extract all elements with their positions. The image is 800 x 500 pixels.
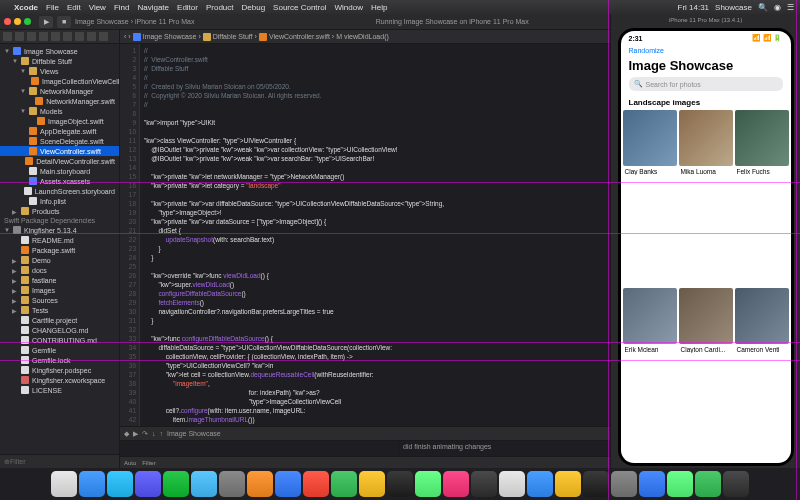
menu-editor[interactable]: Editor bbox=[177, 3, 198, 12]
source-text[interactable]: //// ViewController.swift// Diffable Stu… bbox=[140, 44, 658, 426]
tree-item[interactable]: ▼Kingfisher 5.13.4 bbox=[0, 225, 119, 235]
notifications-icon[interactable]: ☰ bbox=[787, 3, 794, 12]
menu-edit[interactable]: Edit bbox=[67, 3, 81, 12]
menubar-clock[interactable]: Fri 14:31 bbox=[678, 3, 710, 12]
step-into-button[interactable]: ↓ bbox=[152, 430, 156, 437]
photo-card[interactable]: Mika Luoma bbox=[679, 110, 733, 286]
close-window-button[interactable] bbox=[4, 18, 11, 25]
calendar-dock-icon[interactable] bbox=[247, 471, 273, 497]
xcode-dock-icon[interactable] bbox=[471, 471, 497, 497]
tree-item[interactable]: LaunchScreen.storyboard bbox=[0, 186, 119, 196]
source-control-navigator-tab[interactable] bbox=[15, 32, 24, 41]
tree-item[interactable]: ▼NetworkManager bbox=[0, 86, 119, 96]
zoom-window-button[interactable] bbox=[24, 18, 31, 25]
photo-card[interactable]: Clayton Cardi... bbox=[679, 288, 733, 464]
tree-item[interactable]: ViewController.swift bbox=[0, 146, 119, 156]
auto-scope[interactable]: Auto bbox=[124, 460, 136, 466]
tree-item[interactable]: Cartfile.project bbox=[0, 315, 119, 325]
report-navigator-tab[interactable] bbox=[99, 32, 108, 41]
continue-button[interactable]: ▶ bbox=[133, 430, 138, 438]
tree-item[interactable]: ▶Images bbox=[0, 285, 119, 295]
step-over-button[interactable]: ↷ bbox=[142, 430, 148, 438]
menubar-project[interactable]: Showcase bbox=[715, 3, 752, 12]
tree-item[interactable]: Gemfile.lock bbox=[0, 355, 119, 365]
find-navigator-tab[interactable] bbox=[39, 32, 48, 41]
music-dock-icon[interactable] bbox=[331, 471, 357, 497]
siri-icon[interactable]: ◉ bbox=[774, 3, 781, 12]
dock-app-icon[interactable] bbox=[695, 471, 721, 497]
notes-dock-icon[interactable] bbox=[303, 471, 329, 497]
search-bar[interactable]: 🔍 Search for photos bbox=[629, 77, 783, 91]
issue-navigator-tab[interactable] bbox=[51, 32, 60, 41]
reminders-dock-icon[interactable] bbox=[275, 471, 301, 497]
photo-card[interactable]: Cameron Venti bbox=[735, 288, 789, 464]
tree-item[interactable]: DetailViewController.swift bbox=[0, 156, 119, 166]
tree-item[interactable]: SceneDelegate.swift bbox=[0, 136, 119, 146]
tree-item[interactable]: Gemfile bbox=[0, 345, 119, 355]
tree-item[interactable]: Kingfisher.podspec bbox=[0, 365, 119, 375]
tree-item[interactable]: CHANGELOG.md bbox=[0, 325, 119, 335]
tree-item[interactable]: Kingfisher.xcworkspace bbox=[0, 375, 119, 385]
dock-app-icon[interactable] bbox=[639, 471, 665, 497]
tree-item[interactable]: ▶docs bbox=[0, 265, 119, 275]
dock-app-icon[interactable] bbox=[611, 471, 637, 497]
tree-item[interactable]: ▶fastlane bbox=[0, 275, 119, 285]
tree-item[interactable]: Info.plist bbox=[0, 196, 119, 206]
code-editor[interactable]: 1234567891011121314151617181920212223242… bbox=[120, 44, 678, 426]
photos-dock-icon[interactable] bbox=[191, 471, 217, 497]
tree-item[interactable]: ImageObject.swift bbox=[0, 116, 119, 126]
app-menu[interactable]: Xcode bbox=[14, 3, 38, 12]
tree-item[interactable]: LICENSE bbox=[0, 385, 119, 395]
tree-item[interactable]: ImageCollectionViewCell.swift bbox=[0, 76, 119, 86]
mail-dock-icon[interactable] bbox=[107, 471, 133, 497]
navigator-filter[interactable]: ⊕ Filter bbox=[0, 454, 119, 468]
minimize-window-button[interactable] bbox=[14, 18, 21, 25]
project-tree[interactable]: ▼Image Showcase▼Diffable Stuff▼ViewsImag… bbox=[0, 44, 119, 454]
debug-navigator-tab[interactable] bbox=[75, 32, 84, 41]
forward-button[interactable]: › bbox=[128, 33, 130, 40]
project-navigator-tab[interactable] bbox=[3, 32, 12, 41]
dock-app-icon[interactable] bbox=[667, 471, 693, 497]
menu-window[interactable]: Window bbox=[334, 3, 362, 12]
menu-file[interactable]: File bbox=[46, 3, 59, 12]
simulator-screen[interactable]: 2:31 📶 📶 🔋 Randomize Image Showcase 🔍 Se… bbox=[621, 31, 791, 463]
variables-view[interactable] bbox=[120, 441, 399, 456]
tree-item[interactable]: ▶Sources bbox=[0, 295, 119, 305]
facetime-dock-icon[interactable] bbox=[163, 471, 189, 497]
scheme-selector[interactable]: Image Showcase › iPhone 11 Pro Max bbox=[75, 18, 194, 25]
toggle-breakpoints-button[interactable]: ◆ bbox=[124, 430, 129, 438]
tree-item[interactable]: Assets.xcassets bbox=[0, 176, 119, 186]
vars-filter[interactable]: Filter bbox=[142, 460, 155, 466]
menu-help[interactable]: Help bbox=[371, 3, 387, 12]
jump-bar[interactable]: ‹ › Image Showcase› Diffable Stuff› View… bbox=[120, 30, 678, 44]
menu-view[interactable]: View bbox=[89, 3, 106, 12]
menu-navigate[interactable]: Navigate bbox=[137, 3, 169, 12]
nav-randomize-button[interactable]: Randomize bbox=[621, 45, 791, 56]
photo-card[interactable]: Erik Mclean bbox=[623, 288, 677, 464]
photo-grid[interactable]: Clay BanksMika LuomaFelix FuchsErik Mcle… bbox=[621, 110, 791, 463]
dock-app-icon[interactable] bbox=[555, 471, 581, 497]
photo-card[interactable]: Clay Banks bbox=[623, 110, 677, 286]
tree-item[interactable]: Package.swift bbox=[0, 245, 119, 255]
tree-item[interactable]: Main.storyboard bbox=[0, 166, 119, 176]
tree-item[interactable]: NetworkManager.swift bbox=[0, 96, 119, 106]
menu-debug[interactable]: Debug bbox=[242, 3, 266, 12]
test-navigator-tab[interactable] bbox=[63, 32, 72, 41]
messages-dock-icon[interactable] bbox=[135, 471, 161, 497]
spotlight-icon[interactable]: 🔍 bbox=[758, 3, 768, 12]
breakpoint-navigator-tab[interactable] bbox=[87, 32, 96, 41]
photo-card[interactable]: Felix Fuchs bbox=[735, 110, 789, 286]
stop-button[interactable]: ■ bbox=[57, 16, 71, 28]
tree-item[interactable]: ▶Tests bbox=[0, 305, 119, 315]
tree-item[interactable]: README.md bbox=[0, 235, 119, 245]
menu-product[interactable]: Product bbox=[206, 3, 234, 12]
back-button[interactable]: ‹ bbox=[124, 33, 126, 40]
dock-app-icon[interactable] bbox=[583, 471, 609, 497]
menu-source-control[interactable]: Source Control bbox=[273, 3, 326, 12]
dock-app-icon[interactable] bbox=[527, 471, 553, 497]
settings-dock-icon[interactable] bbox=[443, 471, 469, 497]
run-button[interactable]: ▶ bbox=[39, 16, 53, 28]
menu-find[interactable]: Find bbox=[114, 3, 130, 12]
tv-dock-icon[interactable] bbox=[387, 471, 413, 497]
appstore-dock-icon[interactable] bbox=[415, 471, 441, 497]
